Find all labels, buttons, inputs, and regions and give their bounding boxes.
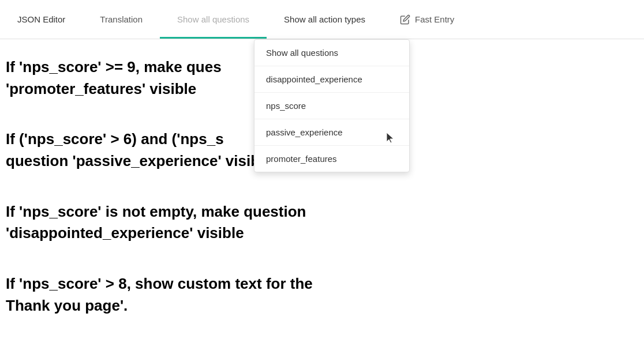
fast-entry-icon [400, 14, 410, 25]
nav-show-all-action-types-label: Show all action types [284, 14, 365, 24]
rule-block-3: If 'nps_score' is not empty, make questi… [6, 201, 632, 244]
nav-translation[interactable]: Translation [83, 0, 160, 39]
nav-show-all-questions-label: Show all questions [177, 14, 249, 24]
dropdown-item-passive-experience[interactable]: passive_experience [254, 119, 409, 146]
nav-json-editor[interactable]: JSON Editor [0, 0, 83, 39]
rule-3-text: If 'nps_score' is not empty, make questi… [6, 201, 632, 244]
nav-fast-entry-label: Fast Entry [415, 14, 454, 24]
rule-block-4: If 'nps_score' > 8, show custom text for… [6, 273, 632, 316]
nav-translation-label: Translation [100, 14, 143, 24]
dropdown-item-show-all-questions[interactable]: Show all questions [254, 40, 409, 66]
nav-json-editor-label: JSON Editor [17, 14, 65, 24]
dropdown-menu: Show all questions disappointed_experien… [254, 39, 410, 172]
rule-4-text: If 'nps_score' > 8, show custom text for… [6, 273, 632, 316]
dropdown-item-promoter-features[interactable]: promoter_features [254, 146, 409, 172]
top-nav: JSON Editor Translation Show all questio… [0, 0, 644, 39]
nav-show-all-questions[interactable]: Show all questions [160, 0, 267, 39]
nav-fast-entry[interactable]: Fast Entry [383, 0, 471, 39]
nav-show-all-action-types[interactable]: Show all action types [267, 0, 383, 39]
dropdown-item-disappointed-experience[interactable]: disappointed_experience [254, 66, 409, 93]
dropdown-item-nps-score[interactable]: nps_score [254, 93, 409, 119]
